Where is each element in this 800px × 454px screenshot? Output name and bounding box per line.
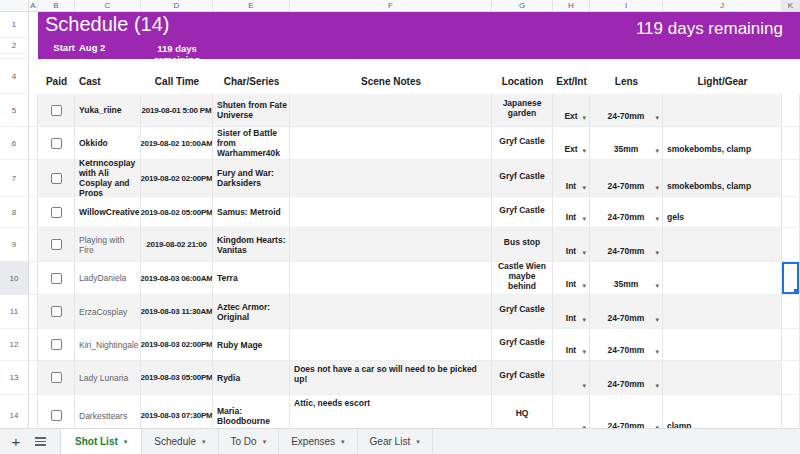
header-char-series[interactable]: Char/Series [213, 76, 290, 87]
row-number[interactable]: 6 [0, 127, 29, 160]
cell-lens[interactable]: 24-70mm ▾ [590, 94, 663, 127]
cell-ext-int[interactable]: Int ▾ [553, 228, 590, 262]
dropdown-arrow-icon[interactable]: ▾ [582, 348, 586, 355]
cell-char-series[interactable]: Shuten from Fate Universe [213, 94, 290, 127]
dropdown-arrow-icon[interactable]: ▾ [582, 215, 586, 222]
dropdown-arrow-icon[interactable]: ▾ [655, 424, 659, 428]
cell-cast[interactable]: Darkesttears [75, 395, 141, 428]
row-number[interactable]: 11 [0, 295, 29, 329]
cell-ext-int[interactable]: ▾ [553, 395, 590, 428]
column-letter[interactable]: A [29, 0, 38, 11]
cell-col-a[interactable] [29, 295, 38, 329]
cell-col-k[interactable] [782, 94, 800, 127]
cell-location[interactable]: Castle Wien maybe behind [492, 262, 553, 295]
cell-cast[interactable]: Ketrincosplay with Ali Cosplay and Props [75, 160, 141, 197]
cell-char-series[interactable]: Sister of Battle from Warhammer40k [213, 127, 290, 160]
cell-call-time[interactable]: 2019-08-03 11:30AM [141, 295, 213, 329]
paid-checkbox[interactable] [51, 306, 62, 317]
header-call-time[interactable]: Call Time [141, 76, 213, 87]
cell-cast[interactable]: Okkido [75, 127, 141, 160]
cell-ext-int[interactable]: Int ▾ [553, 295, 590, 329]
cell-col-k[interactable] [782, 127, 800, 160]
sheet-tab[interactable]: Gear List ▾ [358, 429, 433, 454]
column-letter[interactable]: B [38, 0, 75, 11]
cell-light-gear[interactable] [663, 295, 782, 329]
cell-ext-int[interactable]: Int ▾ [553, 197, 590, 228]
cell-ext-int[interactable]: Ext ▾ [553, 94, 590, 127]
header-cast[interactable]: Cast [75, 76, 141, 87]
cell-call-time[interactable]: 2019-08-03 07:30PM [141, 395, 213, 428]
header-ext-int[interactable]: Ext/Int [553, 76, 590, 87]
sheet-tab[interactable]: Schedule ▾ [142, 429, 218, 454]
paid-checkbox[interactable] [51, 105, 62, 116]
column-letter[interactable]: H [553, 0, 590, 11]
cell-light-gear[interactable]: smokebombs, clamp [663, 160, 782, 197]
cell-light-gear[interactable] [663, 228, 782, 262]
cell-light-gear[interactable]: clamp [663, 395, 782, 428]
header-light-gear[interactable]: Light/Gear [663, 76, 782, 87]
dropdown-arrow-icon[interactable]: ▾ [655, 249, 659, 256]
cell-scene-notes[interactable] [290, 262, 492, 295]
cell-call-time[interactable]: 2019-08-02 10:00AM [141, 127, 213, 160]
cell-char-series[interactable]: Samus: Metroid [213, 197, 290, 228]
cell-call-time[interactable]: 2019-08-03 02:00PM [141, 329, 213, 361]
cell-cast[interactable]: Playing with Fire [75, 228, 141, 262]
header-paid[interactable]: Paid [38, 76, 75, 87]
header-scene-notes[interactable]: Scene Notes [290, 76, 492, 87]
cell-paid[interactable] [38, 329, 75, 361]
dropdown-arrow-icon[interactable]: ▾ [582, 114, 586, 121]
cell-cast[interactable]: ErzaCosplay [75, 295, 141, 329]
select-all-corner[interactable] [0, 0, 29, 11]
cell-lens[interactable]: 24-70mm ▾ [590, 329, 663, 361]
row-number[interactable]: 1 [0, 12, 29, 38]
cell-col-k[interactable] [782, 197, 800, 228]
cell-paid[interactable] [38, 395, 75, 428]
cell-char-series[interactable]: Aztec Armor: Original [213, 295, 290, 329]
cell-call-time[interactable]: 2019-08-02 05:00PM [141, 197, 213, 228]
cell-paid[interactable] [38, 262, 75, 295]
cell-scene-notes[interactable] [290, 228, 492, 262]
all-sheets-button[interactable] [28, 429, 52, 454]
column-letter[interactable]: I [590, 0, 663, 11]
sheet-tab-active[interactable]: Shot List ▾ [60, 429, 142, 454]
add-sheet-button[interactable]: + [4, 429, 28, 454]
cell-lens[interactable]: 24-70mm ▾ [590, 395, 663, 428]
column-letter[interactable]: C [75, 0, 141, 11]
cell-light-gear[interactable] [663, 262, 782, 295]
cell-ext-int[interactable]: ▾ [553, 361, 590, 395]
sheet-tab[interactable]: Expenses ▾ [279, 429, 357, 454]
cell-scene-notes[interactable]: Does not have a car so will need to be p… [290, 361, 492, 395]
cell-light-gear[interactable] [663, 329, 782, 361]
cell-cast[interactable]: Kiri_Nightingale [75, 329, 141, 361]
cell-paid[interactable] [38, 160, 75, 197]
dropdown-arrow-icon[interactable]: ▾ [655, 114, 659, 121]
cell-paid[interactable] [38, 127, 75, 160]
cell-col-k[interactable] [782, 329, 800, 361]
cell-ext-int[interactable]: Int ▾ [553, 262, 590, 295]
cell-col-a[interactable] [29, 127, 38, 160]
dropdown-arrow-icon[interactable]: ▾ [582, 316, 586, 323]
row-number[interactable]: 5 [0, 94, 29, 127]
cell-char-series[interactable]: Kingdom Hearts: Vanitas [213, 228, 290, 262]
cell-col-k[interactable] [782, 395, 800, 428]
column-letter[interactable]: E [213, 0, 290, 11]
dropdown-arrow-icon[interactable]: ▾ [655, 147, 659, 154]
dropdown-arrow-icon[interactable]: ▾ [582, 249, 586, 256]
dropdown-arrow-icon[interactable]: ▾ [655, 316, 659, 323]
cell-col-k[interactable] [782, 361, 800, 395]
paid-checkbox[interactable] [51, 410, 62, 421]
dropdown-arrow-icon[interactable]: ▾ [655, 348, 659, 355]
column-letter[interactable]: G [492, 0, 553, 11]
cell-ext-int[interactable]: Ext ▾ [553, 127, 590, 160]
cell-lens[interactable]: 35mm ▾ [590, 127, 663, 160]
dropdown-arrow-icon[interactable]: ▾ [655, 184, 659, 191]
cell-col-a[interactable] [29, 160, 38, 197]
cell-char-series[interactable]: Maria: Bloodbourne [213, 395, 290, 428]
cell-location[interactable]: Gryf Castle [492, 361, 553, 395]
cell-scene-notes[interactable] [290, 127, 492, 160]
header-location[interactable]: Location [492, 76, 553, 87]
cell-scene-notes[interactable] [290, 295, 492, 329]
cell-call-time[interactable]: 2019-08-02 02:00PM [141, 160, 213, 197]
cell-col-a[interactable] [29, 395, 38, 428]
paid-checkbox[interactable] [51, 138, 62, 149]
